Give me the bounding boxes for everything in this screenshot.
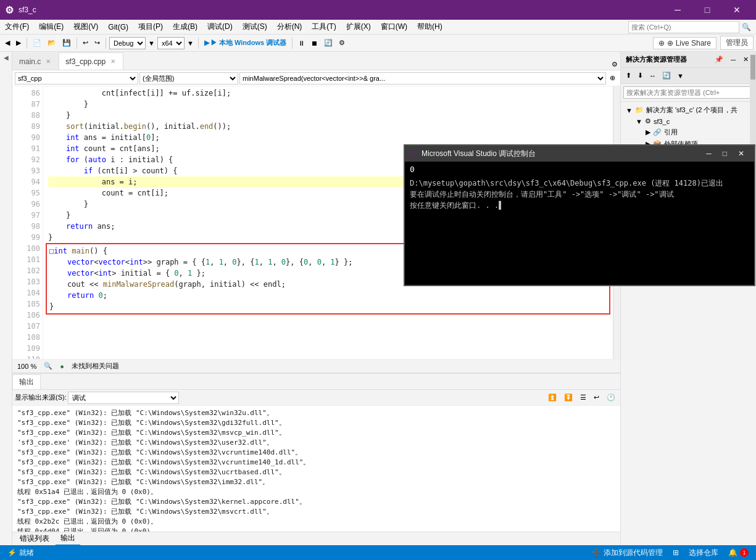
solution-nav-btn[interactable]: ⬆: [623, 70, 634, 81]
tree-project-expand: ▼: [636, 118, 642, 125]
output-tab-output[interactable]: 输出: [12, 374, 41, 389]
tab-sf3-cpp-close[interactable]: ✕: [109, 57, 117, 65]
code-line-91: int ans = initial[0];: [48, 132, 608, 143]
tree-project[interactable]: ▼ ⚙ sf3_c: [633, 116, 754, 126]
menu-extensions[interactable]: 扩展(X): [341, 20, 376, 35]
menu-window[interactable]: 窗口(W): [376, 20, 412, 35]
solution-collapse-btn[interactable]: ▼: [675, 71, 686, 81]
code-toolbar-expand[interactable]: ⊕: [607, 73, 618, 83]
editor-main: ◀ main.c ✕ sf3_cpp.cpp ✕ ⚙ sf3_cpp: [0, 52, 756, 545]
tree-solution-label: 解决方案 'sf3_c' (2 个项目，共: [646, 105, 737, 115]
bell-icon: 🔔: [728, 548, 737, 557]
title-bar-controls: ─ □ ✕: [663, 0, 751, 20]
bell-badge: 1: [740, 548, 749, 557]
output-line-13: 线程 0x4d04 已退出，返回值为 0 (0x0)。: [17, 527, 615, 532]
menu-view[interactable]: 视图(V): [69, 20, 103, 35]
code-line-86: cnt[infect[i]] += uf.size[i];: [48, 88, 608, 99]
output-btn-1[interactable]: ⏫: [546, 392, 559, 403]
forward-button[interactable]: ▶: [14, 38, 23, 48]
toolbar: ◀ ▶ 📄 📂 💾 ↩ ↪ Debug ▼ x64 ▼ ▶ ▶ 本地 Windo…: [0, 35, 756, 52]
arch-select[interactable]: x64: [157, 37, 185, 49]
menu-build[interactable]: 生成(B): [168, 20, 202, 35]
solution-search-input[interactable]: [623, 86, 754, 99]
toolbar-btn-misc[interactable]: ⏸: [296, 38, 307, 48]
right-panel-pin[interactable]: 📌: [712, 54, 726, 65]
save-button[interactable]: 💾: [60, 38, 73, 48]
new-file-button[interactable]: 📄: [30, 38, 44, 48]
output-line-10: "sf3_cpp.exe" (Win32): 已加载 "C:\Windows\S…: [17, 497, 615, 507]
status-bar-right: ➕ 添加到源代码管理 ⊞ 选择仓库 🔔 1: [589, 548, 751, 558]
menu-project[interactable]: 项目(P): [133, 20, 168, 35]
file-scope-select[interactable]: sf3_cpp: [15, 72, 138, 84]
output-bottom-tab[interactable]: 输出: [56, 532, 80, 545]
status-bell[interactable]: 🔔 1: [726, 548, 751, 557]
output-line-12: 线程 0x2b2c 已退出，返回值为 0 (0x0)。: [17, 517, 615, 527]
debug-console-minimize[interactable]: ─: [701, 148, 717, 159]
solution-refresh-btn[interactable]: 🔄: [660, 70, 673, 81]
redo-button[interactable]: ↪: [92, 38, 102, 48]
output-toolbar: 显示输出来源(S): 调试 ⏫ ⏬ ☰ ↩ 🕐: [12, 390, 620, 406]
tab-settings-btn[interactable]: ⚙: [609, 59, 620, 70]
tree-references[interactable]: ▶ 🔗 引用: [643, 126, 754, 138]
menu-help[interactable]: 帮助(H): [412, 20, 447, 35]
run-button[interactable]: ▶ ▶ 本地 Windows 调试器: [202, 37, 289, 49]
search-input[interactable]: [628, 21, 739, 33]
menu-tools[interactable]: 工具(T): [307, 20, 341, 35]
right-panel-minimize[interactable]: ─: [728, 54, 738, 65]
toolbar-btn-misc4[interactable]: ⚙: [336, 38, 347, 48]
right-panel-controls: 📌 ─ ✕: [712, 54, 751, 65]
status-bar-left: ⚡ 就绪: [5, 548, 36, 558]
live-share-button[interactable]: ⊕ ⊕ Live Share: [653, 37, 717, 49]
output-source-select[interactable]: 调试: [68, 392, 179, 404]
open-button[interactable]: 📂: [45, 38, 59, 48]
solution-sync-btn[interactable]: ↔: [647, 71, 658, 81]
tree-solution[interactable]: ▼ 📁 解决方案 'sf3_c' (2 个项目，共: [623, 104, 754, 116]
ready-icon: ⚡: [7, 548, 17, 557]
solution-icon: 📁: [635, 106, 644, 114]
status-windows-icon[interactable]: ⊞: [670, 548, 681, 557]
tab-main-c[interactable]: main.c ✕: [12, 52, 59, 70]
menu-git[interactable]: Git(G): [103, 20, 133, 35]
right-panel-scrollbar-thumb[interactable]: [750, 55, 755, 80]
output-btn-2[interactable]: ⏬: [562, 392, 575, 403]
error-list-tab[interactable]: 错误列表: [15, 532, 54, 545]
solution-nav-btn2[interactable]: ⬇: [635, 70, 646, 81]
manage-button[interactable]: 管理员: [720, 36, 754, 50]
output-line-4: 'sf3_cpp.exe' (Win32): 已加载 "C:\Windows\S…: [17, 438, 615, 448]
toolbar-sep-3: [106, 38, 106, 49]
menu-debug[interactable]: 调试(D): [202, 20, 238, 35]
tab-bar: main.c ✕ sf3_cpp.cpp ✕ ⚙: [12, 52, 620, 70]
toolbar-btn-misc3[interactable]: 🔄: [322, 38, 335, 48]
minimize-button[interactable]: ─: [663, 0, 692, 20]
menu-test[interactable]: 测试(S): [238, 20, 272, 35]
output-btn-time[interactable]: 🕐: [604, 392, 618, 403]
debug-console-close[interactable]: ✕: [733, 148, 749, 159]
output-btn-wrap[interactable]: ↩: [591, 392, 602, 403]
output-tabs: 输出: [12, 374, 620, 390]
toolbar-btn-misc2[interactable]: ⏹: [309, 38, 320, 48]
toolbar-sep-2: [77, 38, 77, 49]
tab-sf3-cpp[interactable]: sf3_cpp.cpp ✕: [59, 52, 123, 70]
output-content[interactable]: "sf3_cpp.exe" (Win32): 已加载 "C:\Windows\S…: [12, 406, 620, 532]
right-panel: 解决方案资源管理器 📌 ─ ✕ ⬆ ⬇ ↔ 🔄 ▼ ▼: [620, 52, 756, 545]
debug-console-controls: ─ □ ✕: [701, 148, 749, 159]
output-btn-clear[interactable]: ☰: [578, 392, 589, 403]
status-select-repo[interactable]: 选择仓库: [686, 548, 721, 558]
right-panel-scrollbar[interactable]: [750, 54, 756, 147]
bottom-error-tabs: 错误列表 输出: [12, 532, 620, 545]
debug-config-select[interactable]: Debug: [109, 37, 146, 49]
code-line-87: }: [48, 99, 608, 110]
undo-button[interactable]: ↩: [80, 38, 91, 48]
status-ready[interactable]: ⚡ 就绪: [5, 548, 36, 558]
debug-console-maximize[interactable]: □: [718, 148, 732, 159]
back-button[interactable]: ◀: [2, 38, 12, 48]
close-button[interactable]: ✕: [723, 0, 751, 20]
menu-file[interactable]: 文件(F): [0, 20, 34, 35]
status-add-repo[interactable]: ➕ 添加到源代码管理: [589, 548, 665, 558]
menu-edit[interactable]: 编辑(E): [34, 20, 69, 35]
tab-main-c-close[interactable]: ✕: [44, 57, 52, 65]
scope-select[interactable]: (全局范围): [139, 72, 238, 84]
function-select[interactable]: minMalwareSpread(vector<vector<int>>& gr…: [239, 72, 606, 84]
menu-analyze[interactable]: 分析(N): [272, 20, 307, 35]
maximize-button[interactable]: □: [693, 0, 721, 20]
